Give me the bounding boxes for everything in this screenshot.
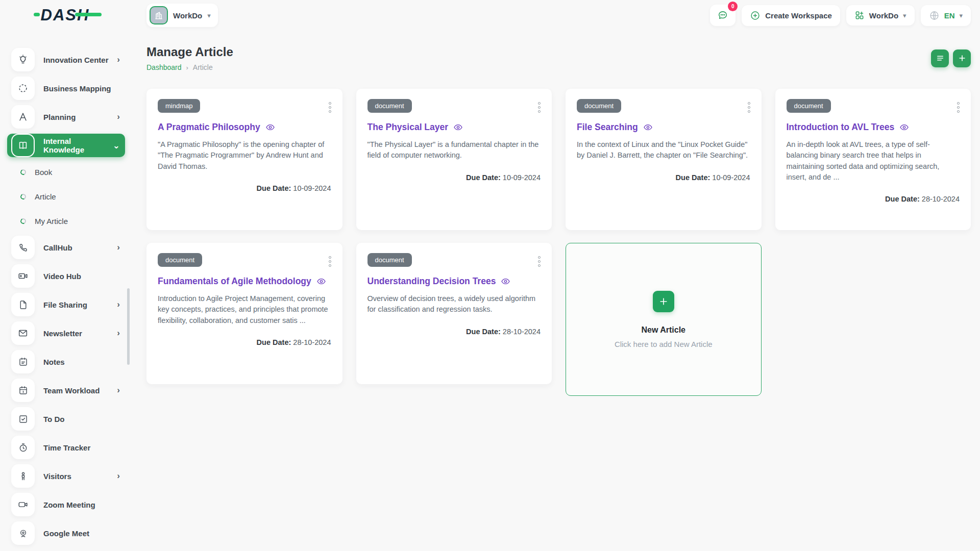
sidebar-item-google-meet[interactable]: Google Meet	[7, 521, 125, 545]
due-date-value: 10-09-2024	[293, 184, 331, 192]
type-badge: document	[158, 253, 202, 267]
article-title-link[interactable]: File Searching	[577, 122, 638, 133]
card-menu-button[interactable]	[955, 100, 962, 115]
card-menu-button[interactable]	[746, 100, 752, 115]
add-article-button[interactable]	[953, 49, 971, 67]
sidebar-item-label: Internal Knowledge	[43, 137, 113, 154]
create-workspace-button[interactable]: Create Workspace	[742, 5, 840, 26]
article-card: document File Searching In the context o…	[566, 89, 762, 230]
sidebar-item-to-do[interactable]: To Do	[7, 407, 125, 431]
sidebar-item-label: Planning	[43, 113, 76, 121]
article-title-link[interactable]: Fundamentals of Agile Methodology	[158, 276, 311, 287]
sidebar-item-team-workload[interactable]: Team Workload ›	[7, 379, 125, 402]
view-eye-icon[interactable]	[899, 122, 909, 132]
card-menu-button[interactable]	[327, 100, 333, 115]
sidebar-subitem-label: Book	[35, 168, 52, 177]
article-title-link[interactable]: The Physical Layer	[368, 122, 449, 133]
due-date-value: 28-10-2024	[293, 338, 331, 346]
sidebar-item-innovation-center[interactable]: Innovation Center ›	[7, 48, 125, 71]
chevron-right-icon: ›	[117, 299, 120, 310]
sidebar-item-label: Newsletter	[43, 329, 82, 338]
app-logo[interactable]: DASH	[41, 6, 90, 24]
new-article-card[interactable]: New Article Click here to add New Articl…	[566, 243, 762, 396]
phone-icon	[11, 236, 35, 259]
chevron-right-icon: ›	[117, 55, 120, 65]
type-badge: document	[577, 99, 621, 113]
sidebar-item-callhub[interactable]: CallHub ›	[7, 236, 125, 259]
sidebar-item-label: Innovation Center	[43, 56, 109, 64]
article-title-link[interactable]: Understanding Decision Trees	[368, 276, 496, 287]
sidebar-item-notes[interactable]: Notes	[7, 350, 125, 373]
sidebar-item-business-mapping[interactable]: Business Mapping	[7, 77, 125, 100]
language-code: EN	[944, 11, 955, 20]
view-eye-icon[interactable]	[643, 122, 653, 132]
workspace-selector[interactable]: WorkDo ▾	[146, 4, 218, 27]
due-date-label: Due Date:	[466, 173, 501, 182]
type-badge: document	[787, 99, 831, 113]
chevron-down-icon: ⌄	[113, 140, 120, 151]
sidebar-item-label: Time Tracker	[43, 443, 90, 452]
sidebar-item-newsletter[interactable]: Newsletter ›	[7, 321, 125, 345]
sidebar-item-visitors[interactable]: Visitors ›	[7, 464, 125, 488]
envelope-icon	[11, 321, 35, 345]
due-date-row: Due Date: 10-09-2024	[368, 173, 541, 182]
sidebar-item-video-hub[interactable]: Video Hub	[7, 264, 125, 288]
sidebar: Innovation Center › Business Mapping Pla…	[0, 31, 130, 551]
card-menu-button[interactable]	[536, 100, 543, 115]
due-date-label: Due Date:	[885, 195, 920, 203]
type-badge: mindmap	[158, 99, 200, 113]
chevron-right-icon: ›	[117, 328, 120, 338]
sidebar-scrollbar[interactable]	[127, 288, 130, 365]
card-menu-button[interactable]	[536, 254, 543, 269]
calendar-icon	[11, 379, 35, 402]
messages-button[interactable]: 0	[710, 5, 736, 26]
page-actions	[931, 49, 971, 67]
chat-icon	[717, 10, 728, 21]
sidebar-item-file-sharing[interactable]: File Sharing ›	[7, 293, 125, 316]
view-eye-icon[interactable]	[316, 277, 326, 286]
card-menu-button[interactable]	[327, 254, 333, 269]
article-card: document Fundamentals of Agile Methodolo…	[146, 243, 342, 384]
sidebar-item-my-article[interactable]: My Article	[7, 211, 125, 231]
page-title: Manage Article	[146, 45, 233, 59]
create-workspace-label: Create Workspace	[765, 11, 832, 20]
sidebar-item-time-tracker[interactable]: Time Tracker	[7, 436, 125, 459]
due-date-row: Due Date: 28-10-2024	[158, 338, 331, 346]
sidebar-item-label: Team Workload	[43, 386, 100, 395]
note-calendar-icon	[11, 350, 35, 373]
article-card: document The Physical Layer "The Physica…	[356, 89, 552, 230]
sidebar-item-book[interactable]: Book	[7, 162, 125, 182]
view-eye-icon[interactable]	[453, 122, 463, 132]
list-icon	[936, 54, 945, 63]
checkbox-icon	[11, 407, 35, 431]
due-date-label: Due Date:	[466, 328, 501, 336]
due-date-label: Due Date:	[257, 338, 291, 346]
due-date-value: 28-10-2024	[922, 195, 960, 203]
plus-icon	[958, 54, 967, 63]
language-selector[interactable]: EN ▾	[921, 5, 971, 26]
logo-dot-accent	[34, 13, 40, 16]
apps-menu-button[interactable]: WorkDo ▾	[846, 5, 915, 26]
sidebar-item-label: To Do	[43, 415, 64, 423]
new-article-subtitle: Click here to add New Article	[615, 340, 713, 348]
article-title-link[interactable]: A Pragmatic Philosophy	[158, 122, 260, 133]
sidebar-item-internal-knowledge[interactable]: Internal Knowledge ⌄	[7, 134, 125, 157]
sidebar-item-zoom-meeting[interactable]: Zoom Meeting	[7, 493, 125, 516]
view-eye-icon[interactable]	[265, 122, 275, 132]
article-description: An in-depth look at AVL trees, a type of…	[787, 139, 960, 183]
article-title-link[interactable]: Introduction to AVL Trees	[787, 122, 895, 133]
video-camera-icon	[11, 493, 35, 516]
article-description: Overview of decision trees, a widely use…	[368, 293, 541, 315]
sidebar-subitem-label: Article	[35, 192, 56, 201]
article-description: "The Physical Layer" is a fundamental ch…	[368, 139, 541, 161]
new-article-plus-button[interactable]	[653, 291, 674, 312]
sidebar-item-article[interactable]: Article	[7, 187, 125, 206]
sidebar-item-label: Google Meet	[43, 529, 89, 538]
topbar-actions: 0 Create Workspace WorkDo ▾ EN ▾	[710, 5, 971, 26]
list-view-button[interactable]	[931, 49, 949, 67]
breadcrumb-dashboard-link[interactable]: Dashboard	[146, 63, 182, 71]
chevron-down-icon: ▾	[959, 12, 963, 19]
breadcrumb-current: Article	[193, 63, 213, 71]
sidebar-item-planning[interactable]: Planning ›	[7, 105, 125, 129]
view-eye-icon[interactable]	[501, 277, 510, 286]
